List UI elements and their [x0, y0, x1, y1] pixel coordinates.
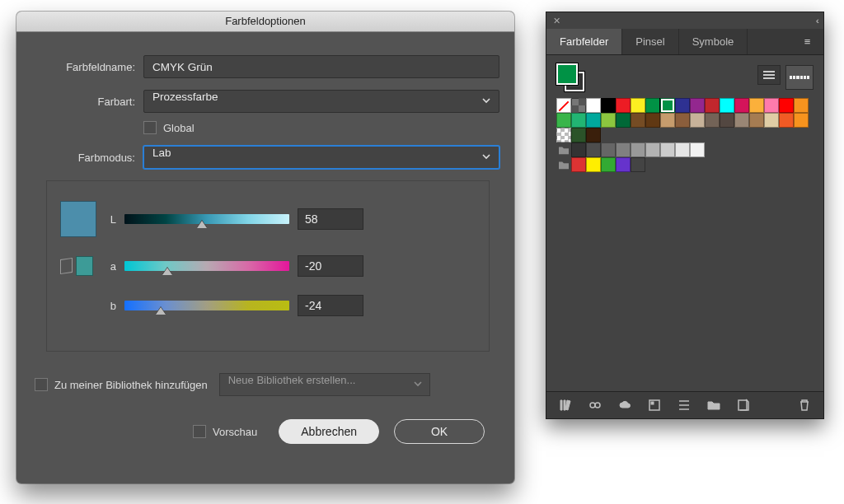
- swatch[interactable]: [616, 142, 631, 157]
- swatches-panel: Farbfelder Pinsel Symbole ≡: [546, 12, 824, 419]
- swatch[interactable]: [690, 142, 705, 157]
- swatch[interactable]: [586, 98, 601, 113]
- swatch[interactable]: [616, 113, 631, 128]
- trash-icon[interactable]: [797, 398, 812, 413]
- svg-rect-4: [738, 400, 747, 410]
- swatch[interactable]: [660, 142, 675, 157]
- color-preview-swatch: [60, 201, 96, 237]
- tab-swatches[interactable]: Farbfelder: [546, 29, 622, 54]
- swatch[interactable]: [734, 98, 749, 113]
- cube-icon: [60, 258, 73, 274]
- swatch[interactable]: [616, 98, 631, 113]
- swatch[interactable]: [675, 142, 690, 157]
- swatch[interactable]: [601, 157, 616, 172]
- swatch[interactable]: [749, 113, 764, 128]
- swatch-grid: [546, 98, 823, 391]
- preview-checkbox[interactable]: Vorschau: [193, 425, 257, 438]
- lab-sliders: L a b: [46, 180, 490, 352]
- preview-label: Vorschau: [213, 426, 257, 438]
- library-select[interactable]: Neue Bibliothek erstellen...: [219, 373, 430, 396]
- value-a-input[interactable]: [298, 255, 363, 277]
- swatch[interactable]: [631, 142, 645, 157]
- swatch[interactable]: [571, 98, 586, 113]
- swatch[interactable]: [586, 128, 601, 142]
- close-icon[interactable]: [553, 16, 560, 26]
- swatch[interactable]: [571, 128, 586, 142]
- slider-b[interactable]: [124, 301, 289, 310]
- folder-icon[interactable]: [706, 398, 721, 413]
- swatch[interactable]: [764, 113, 779, 128]
- swatch[interactable]: [631, 157, 645, 172]
- global-label: Global: [163, 122, 195, 134]
- swatch[interactable]: [556, 128, 571, 142]
- swatch[interactable]: [645, 113, 660, 128]
- panel-footer: [546, 391, 823, 418]
- checkbox-icon: [193, 425, 206, 438]
- swatch[interactable]: [779, 98, 794, 113]
- swatch[interactable]: [660, 113, 675, 128]
- colormode-select[interactable]: Lab: [143, 146, 499, 169]
- swatch[interactable]: [586, 157, 601, 172]
- swatch[interactable]: [631, 113, 645, 128]
- cancel-button[interactable]: Abbrechen: [279, 419, 379, 444]
- slider-l[interactable]: [124, 214, 289, 224]
- list-icon[interactable]: [677, 398, 692, 413]
- swatch[interactable]: [690, 113, 705, 128]
- swatch[interactable]: [601, 98, 616, 113]
- swatch[interactable]: [734, 113, 749, 128]
- swatch[interactable]: [660, 98, 675, 113]
- colortype-select[interactable]: Prozessfarbe: [143, 90, 499, 113]
- swatch[interactable]: [749, 98, 764, 113]
- swatch[interactable]: [794, 113, 809, 128]
- library-icon[interactable]: [558, 398, 573, 413]
- value-b-input[interactable]: [298, 295, 363, 316]
- list-view-button[interactable]: [757, 65, 781, 85]
- swatch[interactable]: [675, 98, 690, 113]
- swatch[interactable]: [601, 142, 616, 157]
- slider-b-label: b: [101, 300, 116, 312]
- colormode-label: Farbmodus:: [31, 152, 135, 164]
- swatch[interactable]: [720, 113, 734, 128]
- swatch[interactable]: [571, 113, 586, 128]
- swatch[interactable]: [556, 113, 571, 128]
- swatch[interactable]: [601, 113, 616, 128]
- cloud-icon[interactable]: [617, 398, 632, 413]
- link-icon[interactable]: [588, 398, 603, 413]
- tab-symbols[interactable]: Symbole: [679, 29, 748, 54]
- swatch[interactable]: [720, 98, 734, 113]
- swatch[interactable]: [794, 98, 809, 113]
- colortype-label: Farbart:: [31, 96, 135, 108]
- swatch[interactable]: [631, 98, 645, 113]
- swatch[interactable]: [556, 98, 571, 113]
- panel-menu-icon[interactable]: ≡: [799, 35, 817, 48]
- collapse-icon[interactable]: [816, 16, 817, 26]
- tab-brushes[interactable]: Pinsel: [622, 29, 678, 54]
- value-l-input[interactable]: [298, 208, 363, 230]
- swatch-name-input[interactable]: [143, 55, 499, 78]
- swatch[interactable]: [571, 157, 586, 172]
- swatch[interactable]: [705, 113, 720, 128]
- swatch[interactable]: [571, 142, 586, 157]
- ok-button[interactable]: OK: [394, 419, 485, 444]
- swatch[interactable]: [645, 142, 660, 157]
- swatch[interactable]: [779, 113, 794, 128]
- swatch[interactable]: [616, 157, 631, 172]
- grid-view-button[interactable]: [785, 65, 814, 90]
- global-checkbox[interactable]: Global: [143, 121, 195, 134]
- swatch[interactable]: [586, 113, 601, 128]
- swatch[interactable]: [690, 98, 705, 113]
- swatch-group-folder-icon[interactable]: [556, 142, 571, 157]
- swatch-options-icon[interactable]: [647, 398, 662, 413]
- swatch[interactable]: [764, 98, 779, 113]
- swatch[interactable]: [705, 98, 720, 113]
- swatch[interactable]: [675, 113, 690, 128]
- swatch-group-folder-icon[interactable]: [556, 157, 571, 172]
- swatch[interactable]: [645, 98, 660, 113]
- fill-stroke-indicator[interactable]: [556, 63, 584, 91]
- swatch[interactable]: [586, 142, 601, 157]
- new-swatch-icon[interactable]: [736, 398, 751, 413]
- slider-a[interactable]: [124, 261, 289, 271]
- add-to-library-checkbox[interactable]: Zu meiner Bibliothek hinzufügen: [35, 378, 208, 391]
- add-to-library-label: Zu meiner Bibliothek hinzufügen: [54, 379, 208, 391]
- reference-swatch: [76, 256, 93, 276]
